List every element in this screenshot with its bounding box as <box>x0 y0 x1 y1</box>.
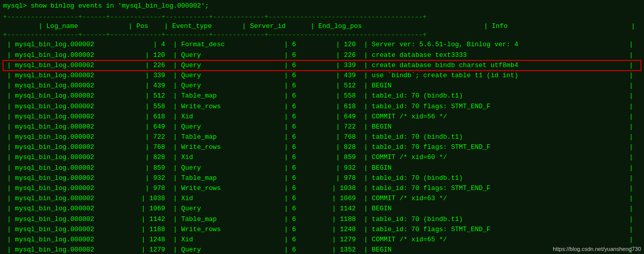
table-row: | mysql_bin_log.000002| 649| Query| 6| 7… <box>3 122 641 132</box>
col-header-endlogpos: | End_log_pos <box>290 22 366 30</box>
table-row: | mysql_bin_log.000002| 859| Query| 6| 9… <box>3 163 641 173</box>
table-row: | mysql_bin_log.000002| 1279| Query| 6| … <box>3 245 641 254</box>
data-table: | Log_name | Pos | Event_type | Server_i… <box>3 22 641 30</box>
table-row: | mysql_bin_log.000002| 1188| Write_rows… <box>3 225 641 235</box>
table-header-row: | Log_name | Pos | Event_type | Server_i… <box>3 22 641 30</box>
col-header-logname: | Log_name <box>3 22 113 30</box>
table-row: | mysql_bin_log.000002| 1248| Xid| 6| 12… <box>3 235 641 245</box>
table-row: | mysql_bin_log.000002| 512| Table_map| … <box>3 91 641 101</box>
watermark: https://blog.csdn.net/yuansheng730 <box>553 246 641 252</box>
table-row: | mysql_bin_log.000002| 932| Table_map| … <box>3 173 641 183</box>
data-rows-table: | mysql_bin_log.000002| 4| Format_desc| … <box>3 40 641 254</box>
col-header-pos: | Pos <box>113 22 152 30</box>
table-container: +------------------+------+-------------… <box>3 13 641 254</box>
table-row: | mysql_bin_log.000002| 339| Query| 6| 4… <box>3 71 641 81</box>
terminal: mysql> show binlog events in 'mysql_bin_… <box>0 0 644 254</box>
table-row: | mysql_bin_log.000002| 1038| Xid| 6| 10… <box>3 194 641 204</box>
table-row: | mysql_bin_log.000002| 722| Table_map| … <box>3 132 641 142</box>
col-header-eventtype: | Event_type <box>152 22 224 30</box>
col-header-info: | Info <box>366 22 625 30</box>
table-row: | mysql_bin_log.000002| 768| Write_rows|… <box>3 142 641 152</box>
table-row: | mysql_bin_log.000002| 618| Xid| 6| 649… <box>3 112 641 122</box>
separator-top: +------------------+------+-------------… <box>3 13 641 22</box>
table-row: | mysql_bin_log.000002| 1069| Query| 6| … <box>3 204 641 214</box>
table-row: | mysql_bin_log.000002| 828| Xid| 6| 859… <box>3 152 641 163</box>
table-row: | mysql_bin_log.000002| 226| Query| 6| 3… <box>3 60 641 71</box>
table-row: | mysql_bin_log.000002| 439| Query| 6| 5… <box>3 81 641 91</box>
table-row: | mysql_bin_log.000002| 4| Format_desc| … <box>3 40 641 50</box>
separator-mid: +------------------+------+-------------… <box>3 30 641 40</box>
table-row: | mysql_bin_log.000002| 120| Query| 6| 2… <box>3 50 641 60</box>
col-header-serverid: | Server_id <box>224 22 290 30</box>
table-row: | mysql_bin_log.000002| 558| Write_rows|… <box>3 102 641 112</box>
table-row: | mysql_bin_log.000002| 978| Write_rows|… <box>3 183 641 194</box>
command-line: mysql> show binlog events in 'mysql_bin_… <box>3 2 641 10</box>
col-header-end: | <box>626 22 641 30</box>
table-row: | mysql_bin_log.000002| 1142| Table_map|… <box>3 214 641 225</box>
